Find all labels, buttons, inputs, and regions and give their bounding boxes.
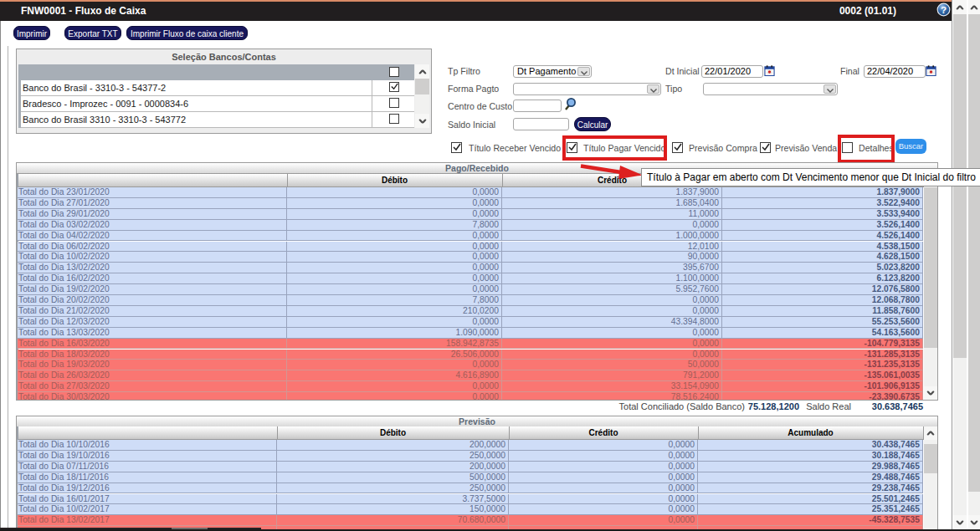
svg-text:?: ? <box>941 4 947 15</box>
